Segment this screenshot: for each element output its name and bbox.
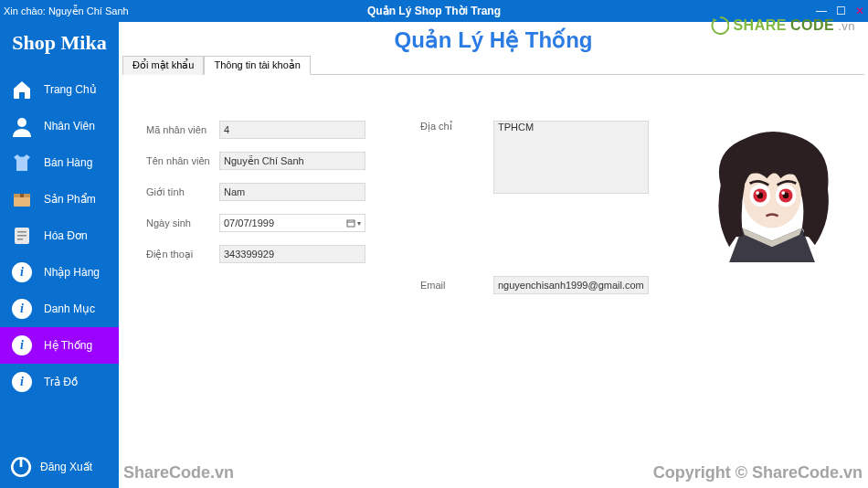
svg-rect-5 — [17, 231, 26, 233]
label-address: Địa chỉ — [420, 121, 493, 133]
logout-label: Đăng Xuất — [40, 461, 92, 473]
input-gender — [219, 183, 365, 201]
nav-label: Nhân Viên — [44, 120, 95, 133]
label-id: Mã nhân viên — [146, 124, 219, 135]
nav-label: Nhập Hàng — [44, 266, 100, 279]
form-right: Địa chỉ Email — [420, 121, 649, 294]
nav-label: Sản Phẩm — [44, 193, 96, 206]
info-icon: i — [11, 298, 33, 320]
nav-invoice[interactable]: Hóa Đơn — [0, 217, 119, 254]
info-icon: i — [11, 334, 33, 356]
box-icon — [11, 188, 33, 210]
svg-rect-3 — [20, 194, 24, 197]
svg-point-20 — [781, 191, 785, 195]
brand-logo: Shop Mika — [0, 22, 119, 71]
tab-account-info[interactable]: Thông tin tài khoản — [204, 56, 310, 75]
window-controls: — ☐ ✕ — [816, 5, 864, 17]
home-icon — [11, 79, 33, 101]
nav-label: Trả Đồ — [44, 376, 78, 388]
svg-rect-10 — [347, 220, 355, 227]
close-button[interactable]: ✕ — [855, 5, 864, 17]
info-icon: i — [11, 371, 33, 393]
svg-rect-6 — [17, 235, 26, 237]
input-name — [219, 152, 365, 170]
shirt-icon — [11, 152, 33, 174]
nav-label: Danh Mục — [44, 302, 95, 315]
label-email: Email — [420, 280, 493, 291]
input-dob[interactable]: 07/07/1999▾ — [219, 214, 365, 232]
svg-rect-7 — [17, 239, 23, 240]
nav-label: Bán Hàng — [44, 156, 92, 169]
label-phone: Điện thoại — [146, 249, 219, 260]
main-area: Quản Lý Hệ Thống Đổi mật khẩu Thông tin … — [119, 22, 868, 488]
nav-product[interactable]: Sản Phẩm — [0, 181, 119, 217]
info-icon: i — [11, 261, 33, 283]
recycle-icon — [711, 16, 729, 35]
window-title: Quản Lý Shop Thời Trang — [367, 5, 501, 17]
avatar-image — [704, 121, 841, 267]
logout-button[interactable]: Đăng Xuất — [0, 446, 119, 488]
calendar-icon: ▾ — [346, 218, 361, 228]
input-email — [493, 276, 649, 294]
user-icon — [11, 115, 33, 137]
nav-label: Hệ Thống — [44, 339, 92, 352]
nav-category[interactable]: i Danh Mục — [0, 291, 119, 327]
input-phone — [219, 245, 365, 263]
nav-list: Trang Chủ Nhân Viên Bán Hàng Sản Phẩm Hó… — [0, 71, 119, 400]
label-dob: Ngày sinh — [146, 217, 219, 228]
maximize-button[interactable]: ☐ — [836, 5, 846, 17]
tab-change-password[interactable]: Đổi mật khẩu — [122, 56, 204, 75]
nav-label: Hóa Đơn — [44, 229, 88, 242]
nav-staff[interactable]: Nhân Viên — [0, 108, 119, 144]
nav-system[interactable]: i Hệ Thống — [0, 327, 119, 364]
sidebar: Shop Mika Trang Chủ Nhân Viên Bán Hàng S… — [0, 22, 119, 488]
input-id — [219, 121, 365, 139]
nav-return[interactable]: i Trả Đồ — [0, 364, 119, 400]
greeting-text: Xin chào: Nguyễn Chí Sanh — [4, 5, 129, 17]
minimize-button[interactable]: — — [816, 5, 827, 17]
svg-point-0 — [17, 118, 26, 127]
form-left: Mã nhân viên Tên nhân viên Giới tính Ngà… — [146, 121, 365, 294]
watermark-logo: SHARECODE.vn — [711, 16, 855, 35]
nav-home[interactable]: Trang Chủ — [0, 71, 119, 108]
nav-sales[interactable]: Bán Hàng — [0, 144, 119, 181]
svg-point-19 — [756, 191, 759, 195]
nav-import[interactable]: i Nhập Hàng — [0, 254, 119, 291]
tab-bar: Đổi mật khẩu Thông tin tài khoản — [122, 55, 864, 75]
power-icon — [9, 455, 33, 479]
label-gender: Giới tính — [146, 186, 219, 198]
nav-label: Trang Chủ — [44, 83, 97, 96]
tab-content: Mã nhân viên Tên nhân viên Giới tính Ngà… — [119, 75, 868, 313]
label-name: Tên nhân viên — [146, 155, 219, 166]
input-address — [493, 121, 649, 194]
invoice-icon — [11, 225, 33, 247]
